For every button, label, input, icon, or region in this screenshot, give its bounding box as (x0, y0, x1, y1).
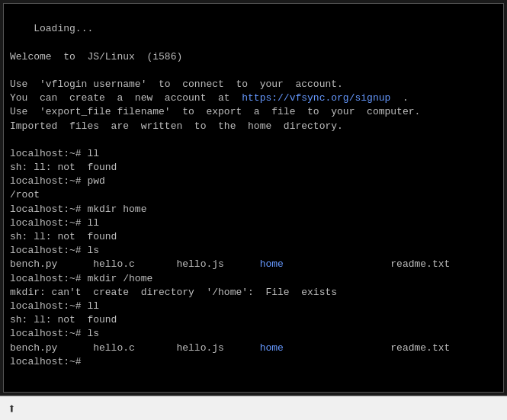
terminal-screen: Loading... Welcome to JS/Linux (i586) Us… (4, 4, 503, 392)
error-ll-1: sh: ll: not found (10, 162, 117, 173)
pwd-result: /root (10, 189, 40, 200)
info-line-3: Use 'export_file filename' to export a f… (10, 106, 420, 117)
prompt-mkdir-home2: localhost:~# mkdir /home (10, 273, 152, 284)
terminal-window[interactable]: Loading... Welcome to JS/Linux (i586) Us… (3, 3, 504, 393)
loading-text: Loading... (34, 23, 93, 34)
welcome-text: Welcome to JS/Linux (i586) (10, 51, 182, 63)
info-line-1: Use 'vflogin username' to connect to you… (10, 79, 343, 90)
blank-line (10, 65, 16, 76)
home-dir-2: home (260, 342, 284, 354)
signup-link: https://vfsync.org/signup (242, 92, 390, 104)
blank-line (10, 37, 16, 48)
bottom-bar: ⬆ (0, 396, 507, 420)
prompt-ll-1: localhost:~# ll (10, 148, 99, 159)
final-prompt: localhost:~# (10, 356, 82, 367)
prompt-ll-2: localhost:~# ll (10, 217, 99, 229)
upload-icon[interactable]: ⬆ (8, 400, 16, 417)
prompt-ls-2: localhost:~# ls (10, 328, 99, 339)
home-dir-1: home (260, 258, 284, 270)
error-ll-2: sh: ll: not found (10, 231, 117, 242)
ls-output-2: bench.py hello.c hello.js home readme.tx… (10, 342, 450, 354)
prompt-mkdir-home: localhost:~# mkdir home (10, 204, 146, 215)
prompt-ls-1: localhost:~# ls (10, 245, 99, 256)
ls-output-1: bench.py hello.c hello.js home readme.tx… (10, 258, 450, 270)
info-line-4: Imported files are written to the home d… (10, 120, 343, 132)
error-ll-3: sh: ll: not found (10, 314, 117, 325)
prompt-ll-3: localhost:~# ll (10, 300, 99, 312)
prompt-pwd: localhost:~# pwd (10, 175, 105, 187)
mkdir-error: mkdir: can't create directory '/home': F… (10, 287, 337, 298)
info-line-2: You can create a new account at https://… (10, 92, 409, 104)
blank-line (10, 134, 16, 146)
